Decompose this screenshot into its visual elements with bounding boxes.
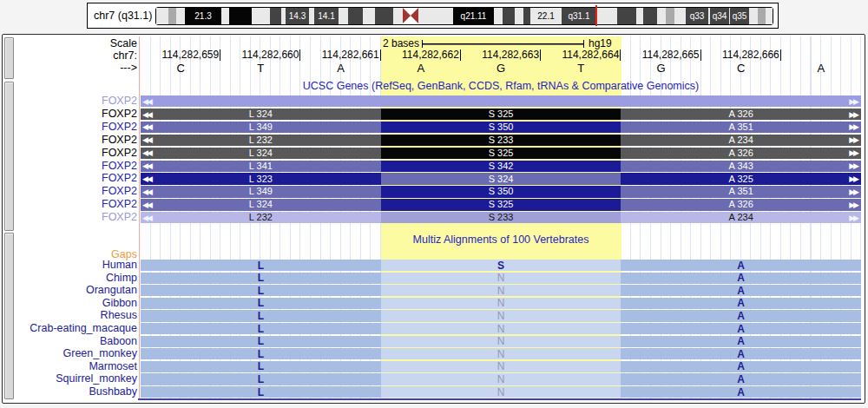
codon-segment[interactable]: L 232 xyxy=(141,212,381,223)
next-exons-icon[interactable]: ▶▶ xyxy=(849,135,858,146)
prev-exons-icon[interactable]: ◀◀ xyxy=(142,135,151,146)
prev-exons-icon[interactable]: ◀◀ xyxy=(142,161,151,172)
alignment-bar[interactable]: LNA xyxy=(141,348,861,359)
codon-segment[interactable]: L 341 xyxy=(141,161,381,172)
chromosome-band[interactable] xyxy=(176,8,185,24)
chromosome-band[interactable] xyxy=(515,8,523,24)
prev-exons-icon[interactable]: ◀◀ xyxy=(142,95,151,107)
chromosome-band[interactable]: q35 xyxy=(730,8,749,24)
genes-track-title[interactable]: UCSC Genes (RefSeq, GenBank, CCDS, Rfam,… xyxy=(141,80,861,92)
alignment-bar[interactable]: LNA xyxy=(141,323,861,334)
codon-segment[interactable]: S 233 xyxy=(381,212,621,223)
alignment-bar[interactable]: LNA xyxy=(141,373,861,385)
chromosome-band[interactable] xyxy=(674,8,686,24)
chromosome-band[interactable] xyxy=(636,8,643,24)
gene-exon-bar[interactable]: L 232S 233A 234◀◀▶▶ xyxy=(141,212,861,223)
foxp2-track-row[interactable]: FOXP2L 324S 325A 326◀◀▶▶ xyxy=(3,199,861,210)
gene-exon-bar[interactable]: L 324S 325A 326◀◀▶▶ xyxy=(141,199,861,210)
multiz-track-title[interactable]: Multiz Alignments of 100 Vertebrates xyxy=(141,234,861,246)
chromosome-band[interactable] xyxy=(523,8,530,24)
codon-segment[interactable]: A 234 xyxy=(621,135,861,146)
chromosome-band[interactable] xyxy=(617,8,636,24)
codon-segment[interactable]: A 343 xyxy=(621,161,861,172)
codon-segment[interactable]: A 234 xyxy=(621,212,861,223)
codon-segment[interactable]: S 233 xyxy=(381,135,621,146)
chromosome-band[interactable] xyxy=(270,8,281,24)
multiz-species-row[interactable]: ChimpLNA xyxy=(3,273,861,284)
chromosome-band[interactable]: q33 xyxy=(686,8,708,24)
gene-exon-bar[interactable]: L 232S 233A 234◀◀▶▶ xyxy=(141,135,861,146)
prev-exons-icon[interactable]: ◀◀ xyxy=(142,212,151,223)
multiz-species-row[interactable]: Squirrel_monkeyLNA xyxy=(3,373,861,385)
gene-exon-bar[interactable]: L 349S 350A 351◀◀▶▶ xyxy=(141,122,861,133)
codon-segment[interactable]: A 351 xyxy=(621,186,861,197)
chromosome-band[interactable]: q34 xyxy=(710,8,729,24)
foxp2-track-row[interactable]: FOXP2L 349S 350A 351◀◀▶▶ xyxy=(3,186,861,197)
codon-segment[interactable]: S 342 xyxy=(381,161,621,172)
codon-segment[interactable]: A 326 xyxy=(621,148,861,159)
chromosome-band[interactable]: 14.3 xyxy=(286,8,309,24)
chromosome-band[interactable] xyxy=(758,8,766,24)
centromere[interactable] xyxy=(403,8,418,24)
foxp2-track-row[interactable]: FOXP2L 324S 325A 326◀◀▶▶ xyxy=(3,109,861,120)
chromosome-band[interactable] xyxy=(596,8,617,24)
next-exons-icon[interactable]: ▶▶ xyxy=(849,173,858,184)
next-exons-icon[interactable]: ▶▶ xyxy=(849,109,858,120)
next-exons-icon[interactable]: ▶▶ xyxy=(849,212,858,223)
alignment-bar[interactable]: LNA xyxy=(141,361,861,372)
codon-segment[interactable]: A 326 xyxy=(621,199,861,210)
codon-segment[interactable]: L 324 xyxy=(141,148,381,159)
foxp2-track-row[interactable]: FOXP2L 324S 325A 326◀◀▶▶ xyxy=(3,148,861,159)
chromosome-band[interactable] xyxy=(666,8,674,24)
codon-segment[interactable]: L 323 xyxy=(141,173,381,184)
codon-segment[interactable]: S 350 xyxy=(381,186,621,197)
gene-exon-bar[interactable]: L 324S 325A 326◀◀▶▶ xyxy=(141,109,861,120)
chromosome-band[interactable]: 21.3 xyxy=(185,8,221,24)
next-exons-icon[interactable]: ▶▶ xyxy=(849,186,858,197)
codon-segment[interactable]: L 349 xyxy=(141,122,381,133)
chromosome-band[interactable] xyxy=(156,8,168,24)
multiz-species-row[interactable]: HumanLSA xyxy=(3,260,861,271)
chromosome-band[interactable] xyxy=(348,8,363,24)
foxp2-track-row[interactable]: FOXP2L 323S 324A 325◀◀▶▶ xyxy=(3,173,861,184)
alignment-bar[interactable]: LNA xyxy=(141,285,861,296)
alignment-bar[interactable]: LNA xyxy=(141,310,861,321)
chromosome-band[interactable] xyxy=(503,8,515,24)
foxp2-track-row[interactable]: FOXP2L 232S 233A 234◀◀▶▶ xyxy=(3,135,861,146)
chromosome-band[interactable] xyxy=(494,8,503,24)
chromosome-band[interactable]: q21.11 xyxy=(453,8,494,24)
codon-segment[interactable]: S 324 xyxy=(381,173,621,184)
chromosome-band[interactable]: 14.1 xyxy=(314,8,339,24)
codon-segment[interactable]: S 325 xyxy=(381,109,621,120)
alignment-bar[interactable]: LNA xyxy=(141,336,861,347)
multiz-species-row[interactable]: Crab-eating_macaqueLNA xyxy=(3,323,861,334)
codon-segment[interactable]: L 349 xyxy=(141,186,381,197)
codon-segment[interactable]: S 350 xyxy=(381,122,621,133)
chromosome-band[interactable] xyxy=(252,8,270,24)
chromosome-strip[interactable]: 21.314.314.1q21.1122.1q31.1q33q34q35 xyxy=(155,7,773,25)
alignment-bar[interactable]: LSA xyxy=(141,260,861,271)
codon-segment[interactable]: L 324 xyxy=(141,199,381,210)
multiz-species-row[interactable]: BaboonLNA xyxy=(3,336,861,347)
prev-exons-icon[interactable]: ◀◀ xyxy=(142,186,151,197)
codon-segment[interactable]: A 326 xyxy=(621,109,861,120)
chromosome-band[interactable] xyxy=(339,8,348,24)
chromosome-band[interactable] xyxy=(229,8,252,24)
prev-exons-icon[interactable]: ◀◀ xyxy=(142,173,151,184)
multiz-species-row[interactable]: OrangutanLNA xyxy=(3,285,861,296)
codon-segment[interactable]: L 324 xyxy=(141,109,381,120)
next-exons-icon[interactable]: ▶▶ xyxy=(849,161,858,172)
foxp2-track-row[interactable]: FOXP2L 341S 342A 343◀◀▶▶ xyxy=(3,161,861,172)
prev-exons-icon[interactable]: ◀◀ xyxy=(142,109,151,120)
prev-exons-icon[interactable]: ◀◀ xyxy=(142,199,151,210)
chromosome-band[interactable] xyxy=(766,8,773,24)
multiz-species-row[interactable]: GibbonLNA xyxy=(3,298,861,309)
next-exons-icon[interactable]: ▶▶ xyxy=(849,148,858,159)
multiz-species-row[interactable]: BushbabyLNA xyxy=(3,386,861,398)
chromosome-band[interactable] xyxy=(393,8,403,24)
foxp2-track-row[interactable]: FOXP2◀◀▶▶ xyxy=(3,95,861,107)
chromosome-band[interactable] xyxy=(221,8,229,24)
multiz-species-row[interactable]: MarmosetLNA xyxy=(3,361,861,372)
codon-segment[interactable]: A 351 xyxy=(621,122,861,133)
alignment-bar[interactable]: LNA xyxy=(141,386,861,398)
